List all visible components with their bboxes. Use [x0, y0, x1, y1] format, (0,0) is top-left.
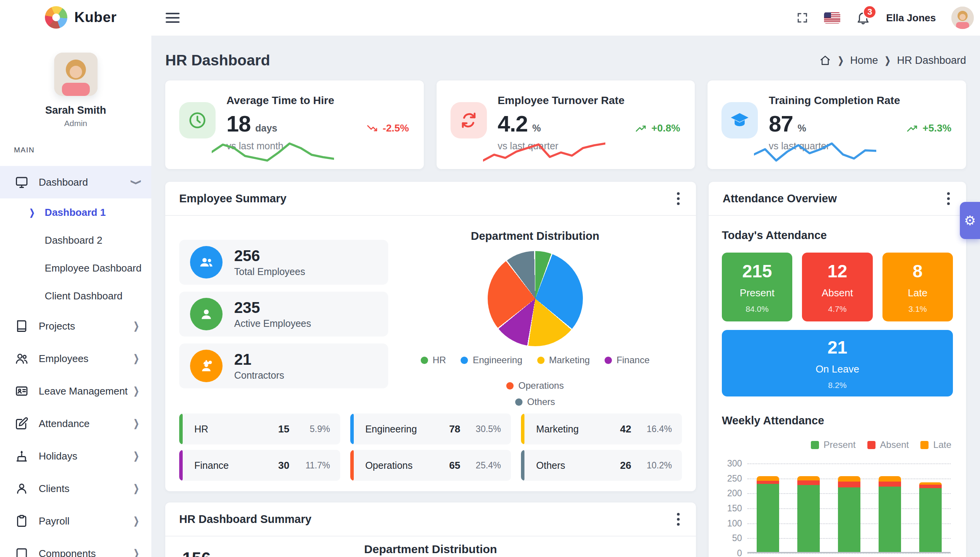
bar-segment-present	[919, 488, 942, 552]
main-content: HR Dashboard ❯ Home ❯ HR Dashboard Avera…	[151, 36, 980, 557]
card-title: HR Dashboard Summary	[179, 513, 312, 526]
stacked-bar[interactable]	[797, 476, 820, 552]
pie-legend-item[interactable]: Engineering	[461, 355, 522, 366]
pie-legend-item[interactable]: Finance	[605, 355, 649, 366]
stacked-bar[interactable]	[919, 482, 942, 552]
sidebar-item-leave-management[interactable]: Leave Management ❯	[0, 375, 151, 407]
sidebar-item-employees[interactable]: Employees ❯	[0, 342, 151, 375]
pie-legend-item[interactable]: HR	[421, 355, 446, 366]
stacked-bar[interactable]	[838, 476, 860, 552]
kpi-value: 87	[769, 111, 793, 137]
gear-icon: ⚙	[964, 213, 976, 228]
stat-value: 21	[234, 351, 284, 367]
person-icon	[190, 298, 223, 330]
sidebar-subitem-dashboard-2[interactable]: ❯ Dashboard 2	[0, 226, 151, 254]
sidebar-item-holidays[interactable]: Holidays ❯	[0, 440, 151, 472]
kpi-card-turnover-rate: Employee Turnover Rate 4.2 % vs last qua…	[437, 80, 695, 169]
settings-fab[interactable]: ⚙	[960, 202, 980, 239]
sidebar-subitem-dashboard-1[interactable]: ❯ Dashboard 1	[0, 198, 151, 226]
summary-section-title: Department Distribution	[165, 543, 696, 556]
brand-logo[interactable]: Kuber	[45, 6, 117, 29]
pie-legend-row: Others	[515, 396, 555, 407]
tile-present: 215 Present 84.0%	[722, 253, 792, 321]
breadcrumb-separator: ❯	[838, 55, 844, 66]
menu-toggle-icon[interactable]	[166, 13, 180, 23]
sidebar-item-label: Leave Management	[39, 385, 128, 397]
kpi-title: Average Time to Hire	[226, 94, 409, 107]
notifications-button[interactable]: 3	[856, 10, 870, 25]
breadcrumb-home-link[interactable]: Home	[850, 55, 878, 67]
dept-color-bar	[521, 450, 524, 481]
bar-segment-absent	[838, 482, 860, 488]
kpi-row: Average Time to Hire 18 days vs last mon…	[165, 80, 966, 169]
kebab-menu-icon[interactable]	[945, 190, 952, 207]
weekly-attendance-chart[interactable]: 300250200150100500	[722, 463, 953, 557]
y-axis-tick: 50	[722, 533, 742, 543]
pie-legend-item[interactable]: Operations	[506, 380, 564, 391]
tile-late: 8 Late 3.1%	[882, 253, 953, 321]
profile-role: Admin	[0, 119, 151, 128]
sidebar-item-clients[interactable]: Clients ❯	[0, 472, 151, 505]
stacked-bar[interactable]	[879, 476, 901, 552]
sidebar-item-label: Employees	[39, 353, 89, 365]
subitem-label: Dashboard 1	[45, 207, 106, 219]
bar-segment-late	[838, 476, 860, 481]
bar-segment-present	[838, 487, 860, 552]
home-icon[interactable]	[819, 54, 831, 67]
sidebar-item-attendance[interactable]: Attendance ❯	[0, 407, 151, 440]
sidebar-subitem-client-dashboard[interactable]: ❯ Client Dashboard	[0, 282, 151, 310]
dept-color-bar	[179, 450, 183, 481]
legend-item-late[interactable]: Late	[920, 439, 951, 450]
breadcrumb-separator: ❯	[884, 55, 890, 66]
weekly-attendance-heading: Weekly Attendance	[722, 414, 953, 427]
user-avatar[interactable]	[951, 7, 974, 29]
breadcrumb: ❯ Home ❯ HR Dashboard	[819, 54, 966, 67]
trend-up-icon	[906, 123, 919, 133]
dept-row-hr: HR 15 5.9%	[179, 413, 340, 444]
sparkline-chart	[483, 140, 605, 163]
y-axis-tick: 100	[722, 518, 742, 528]
subitem-label: Client Dashboard	[45, 290, 123, 302]
sidebar-item-payroll[interactable]: Payroll ❯	[0, 505, 151, 537]
stat-value: 256	[234, 248, 305, 264]
kpi-unit: %	[798, 123, 806, 134]
tile-absent: 12 Absent 4.7%	[802, 253, 872, 321]
dept-row-operations: Operations 65 25.4%	[350, 450, 511, 481]
tile-on-leave: 21 On Leave 8.2%	[722, 330, 953, 396]
bar-segment-late	[797, 476, 820, 480]
sidebar-item-projects[interactable]: Projects ❯	[0, 310, 151, 342]
bar-segment-absent	[757, 481, 779, 484]
kpi-unit: days	[255, 123, 278, 134]
edit-square-icon	[15, 417, 29, 431]
department-pie-chart[interactable]	[488, 251, 583, 346]
user-name[interactable]: Ella Jones	[886, 12, 936, 24]
legend-item-present[interactable]: Present	[811, 439, 856, 450]
kpi-value: 18	[226, 111, 251, 137]
y-axis-tick: 0	[722, 548, 742, 557]
fullscreen-icon[interactable]	[796, 12, 809, 24]
kebab-menu-icon[interactable]	[675, 190, 682, 207]
card-title: Employee Summary	[179, 192, 286, 205]
pie-legend-row: HREngineeringMarketingFinanceOperations	[388, 355, 682, 391]
sidebar-item-components[interactable]: Components ❯	[0, 537, 151, 557]
stacked-bar[interactable]	[757, 476, 779, 552]
sidebar-subitem-employee-dashboard[interactable]: ❯ Employee Dashboard	[0, 254, 151, 282]
trend-up-icon	[635, 123, 648, 133]
legend-dot	[461, 357, 468, 364]
sparkline-chart	[212, 140, 334, 163]
language-flag-us[interactable]	[824, 12, 840, 24]
attendance-overview-card: Attendance Overview Today's Attendance 2…	[709, 182, 966, 557]
pie-legend-item[interactable]: Marketing	[537, 355, 590, 366]
sync-icon	[451, 102, 487, 138]
profile-avatar[interactable]	[54, 53, 98, 96]
kebab-menu-icon[interactable]	[675, 511, 682, 528]
stat-label: Total Employees	[234, 266, 305, 277]
sidebar-item-label: Payroll	[39, 515, 69, 527]
monitor-icon	[15, 175, 29, 189]
legend-item-absent[interactable]: Absent	[867, 439, 909, 450]
bar-segment-absent	[879, 482, 901, 487]
sidebar-item-dashboard[interactable]: Dashboard ❯	[0, 166, 151, 198]
dept-row-finance: Finance 30 11.7%	[179, 450, 340, 481]
book-icon	[15, 319, 29, 333]
pie-legend-item[interactable]: Others	[515, 396, 555, 407]
